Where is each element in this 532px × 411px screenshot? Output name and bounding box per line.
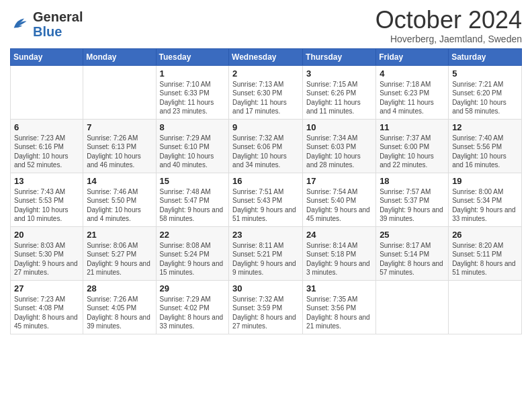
day-number: 30 bbox=[232, 283, 299, 293]
day-number: 7 bbox=[87, 122, 152, 132]
table-row: 29Sunrise: 7:29 AM Sunset: 4:02 PM Dayli… bbox=[156, 280, 229, 334]
day-number: 3 bbox=[306, 68, 372, 79]
table-row: 5Sunrise: 7:21 AM Sunset: 6:20 PM Daylig… bbox=[449, 65, 522, 119]
day-number: 20 bbox=[14, 230, 79, 240]
table-row: 22Sunrise: 8:08 AM Sunset: 5:24 PM Dayli… bbox=[156, 226, 229, 280]
day-info: Sunrise: 7:23 AM Sunset: 4:08 PM Dayligh… bbox=[14, 295, 79, 331]
day-number: 29 bbox=[160, 283, 226, 293]
day-info: Sunrise: 8:20 AM Sunset: 5:11 PM Dayligh… bbox=[452, 241, 518, 277]
table-row: 11Sunrise: 7:37 AM Sunset: 6:00 PM Dayli… bbox=[376, 119, 449, 173]
day-info: Sunrise: 7:26 AM Sunset: 4:05 PM Dayligh… bbox=[87, 295, 152, 331]
day-number: 22 bbox=[160, 230, 226, 240]
table-row: 17Sunrise: 7:54 AM Sunset: 5:40 PM Dayli… bbox=[303, 173, 376, 226]
day-number: 11 bbox=[380, 122, 445, 132]
day-info: Sunrise: 7:48 AM Sunset: 5:47 PM Dayligh… bbox=[160, 187, 226, 224]
day-number: 31 bbox=[306, 283, 372, 293]
day-number: 10 bbox=[306, 122, 372, 132]
day-number: 2 bbox=[232, 68, 299, 79]
day-number: 13 bbox=[14, 176, 79, 186]
table-row bbox=[376, 280, 449, 334]
table-row: 15Sunrise: 7:48 AM Sunset: 5:47 PM Dayli… bbox=[156, 173, 229, 226]
day-number: 5 bbox=[452, 68, 518, 79]
table-row: 20Sunrise: 8:03 AM Sunset: 5:30 PM Dayli… bbox=[11, 226, 83, 280]
day-info: Sunrise: 7:21 AM Sunset: 6:20 PM Dayligh… bbox=[452, 80, 518, 116]
logo-general: General bbox=[33, 9, 83, 24]
day-number: 6 bbox=[14, 122, 79, 132]
table-row: 9Sunrise: 7:32 AM Sunset: 6:06 PM Daylig… bbox=[229, 119, 303, 173]
table-row bbox=[83, 65, 156, 119]
table-row: 25Sunrise: 8:17 AM Sunset: 5:14 PM Dayli… bbox=[376, 226, 449, 280]
day-info: Sunrise: 7:29 AM Sunset: 4:02 PM Dayligh… bbox=[160, 295, 226, 331]
table-row: 10Sunrise: 7:34 AM Sunset: 6:03 PM Dayli… bbox=[303, 119, 376, 173]
day-number: 24 bbox=[306, 230, 372, 240]
day-number: 18 bbox=[380, 176, 445, 186]
day-number: 26 bbox=[452, 230, 518, 240]
calendar-table: Sunday Monday Tuesday Wednesday Thursday… bbox=[10, 48, 522, 334]
table-row: 26Sunrise: 8:20 AM Sunset: 5:11 PM Dayli… bbox=[449, 226, 522, 280]
day-number: 27 bbox=[14, 283, 79, 293]
table-row bbox=[449, 280, 522, 334]
day-info: Sunrise: 8:00 AM Sunset: 5:34 PM Dayligh… bbox=[452, 187, 518, 224]
day-info: Sunrise: 8:06 AM Sunset: 5:27 PM Dayligh… bbox=[87, 241, 152, 277]
calendar-week-row: 13Sunrise: 7:43 AM Sunset: 5:53 PM Dayli… bbox=[11, 173, 522, 226]
table-row: 4Sunrise: 7:18 AM Sunset: 6:23 PM Daylig… bbox=[376, 65, 449, 119]
day-number: 16 bbox=[232, 176, 299, 186]
day-number: 15 bbox=[160, 176, 226, 186]
day-number: 21 bbox=[87, 230, 152, 240]
table-row: 28Sunrise: 7:26 AM Sunset: 4:05 PM Dayli… bbox=[83, 280, 156, 334]
col-thursday: Thursday bbox=[303, 48, 376, 65]
day-info: Sunrise: 7:15 AM Sunset: 6:26 PM Dayligh… bbox=[306, 80, 372, 116]
month-title: October 2024 bbox=[375, 7, 522, 34]
col-monday: Monday bbox=[83, 48, 156, 65]
day-info: Sunrise: 7:54 AM Sunset: 5:40 PM Dayligh… bbox=[306, 187, 372, 224]
table-row bbox=[11, 65, 83, 119]
table-row: 14Sunrise: 7:46 AM Sunset: 5:50 PM Dayli… bbox=[83, 173, 156, 226]
day-info: Sunrise: 7:32 AM Sunset: 6:06 PM Dayligh… bbox=[232, 134, 299, 170]
header: General Blue October 2024 Hoverberg, Jae… bbox=[10, 7, 522, 44]
table-row: 1Sunrise: 7:10 AM Sunset: 6:33 PM Daylig… bbox=[156, 65, 229, 119]
day-info: Sunrise: 7:18 AM Sunset: 6:23 PM Dayligh… bbox=[380, 80, 445, 116]
table-row: 19Sunrise: 8:00 AM Sunset: 5:34 PM Dayli… bbox=[449, 173, 522, 226]
location-subtitle: Hoverberg, Jaemtland, Sweden bbox=[375, 34, 522, 44]
day-info: Sunrise: 7:51 AM Sunset: 5:43 PM Dayligh… bbox=[232, 187, 299, 224]
day-info: Sunrise: 7:34 AM Sunset: 6:03 PM Dayligh… bbox=[306, 134, 372, 170]
logo-blue: Blue bbox=[33, 24, 62, 39]
calendar-week-row: 20Sunrise: 8:03 AM Sunset: 5:30 PM Dayli… bbox=[11, 226, 522, 280]
day-number: 12 bbox=[452, 122, 518, 132]
calendar-header-row: Sunday Monday Tuesday Wednesday Thursday… bbox=[11, 48, 522, 65]
day-info: Sunrise: 7:46 AM Sunset: 5:50 PM Dayligh… bbox=[87, 187, 152, 224]
day-info: Sunrise: 7:37 AM Sunset: 6:00 PM Dayligh… bbox=[380, 134, 445, 170]
calendar-week-row: 1Sunrise: 7:10 AM Sunset: 6:33 PM Daylig… bbox=[11, 65, 522, 119]
logo-bird-icon bbox=[10, 15, 29, 34]
calendar-week-row: 27Sunrise: 7:23 AM Sunset: 4:08 PM Dayli… bbox=[11, 280, 522, 334]
table-row: 31Sunrise: 7:35 AM Sunset: 3:56 PM Dayli… bbox=[303, 280, 376, 334]
table-row: 24Sunrise: 8:14 AM Sunset: 5:18 PM Dayli… bbox=[303, 226, 376, 280]
table-row: 18Sunrise: 7:57 AM Sunset: 5:37 PM Dayli… bbox=[376, 173, 449, 226]
title-area: October 2024 Hoverberg, Jaemtland, Swede… bbox=[375, 7, 522, 44]
day-info: Sunrise: 7:29 AM Sunset: 6:10 PM Dayligh… bbox=[160, 134, 226, 170]
day-info: Sunrise: 7:32 AM Sunset: 3:59 PM Dayligh… bbox=[232, 295, 299, 331]
day-number: 9 bbox=[232, 122, 299, 132]
day-info: Sunrise: 8:14 AM Sunset: 5:18 PM Dayligh… bbox=[306, 241, 372, 277]
table-row: 27Sunrise: 7:23 AM Sunset: 4:08 PM Dayli… bbox=[11, 280, 83, 334]
logo-area: General Blue bbox=[10, 7, 83, 39]
day-number: 25 bbox=[380, 230, 445, 240]
day-number: 17 bbox=[306, 176, 372, 186]
day-info: Sunrise: 7:35 AM Sunset: 3:56 PM Dayligh… bbox=[306, 295, 372, 331]
table-row: 12Sunrise: 7:40 AM Sunset: 5:56 PM Dayli… bbox=[449, 119, 522, 173]
col-saturday: Saturday bbox=[449, 48, 522, 65]
col-wednesday: Wednesday bbox=[229, 48, 303, 65]
table-row: 3Sunrise: 7:15 AM Sunset: 6:26 PM Daylig… bbox=[303, 65, 376, 119]
calendar-week-row: 6Sunrise: 7:23 AM Sunset: 6:16 PM Daylig… bbox=[11, 119, 522, 173]
calendar-page: General Blue October 2024 Hoverberg, Jae… bbox=[0, 0, 532, 341]
day-number: 4 bbox=[380, 68, 445, 79]
table-row: 16Sunrise: 7:51 AM Sunset: 5:43 PM Dayli… bbox=[229, 173, 303, 226]
day-info: Sunrise: 7:57 AM Sunset: 5:37 PM Dayligh… bbox=[380, 187, 445, 224]
table-row: 8Sunrise: 7:29 AM Sunset: 6:10 PM Daylig… bbox=[156, 119, 229, 173]
table-row: 7Sunrise: 7:26 AM Sunset: 6:13 PM Daylig… bbox=[83, 119, 156, 173]
day-number: 8 bbox=[160, 122, 226, 132]
col-tuesday: Tuesday bbox=[156, 48, 229, 65]
day-info: Sunrise: 7:26 AM Sunset: 6:13 PM Dayligh… bbox=[87, 134, 152, 170]
table-row: 21Sunrise: 8:06 AM Sunset: 5:27 PM Dayli… bbox=[83, 226, 156, 280]
col-sunday: Sunday bbox=[11, 48, 83, 65]
